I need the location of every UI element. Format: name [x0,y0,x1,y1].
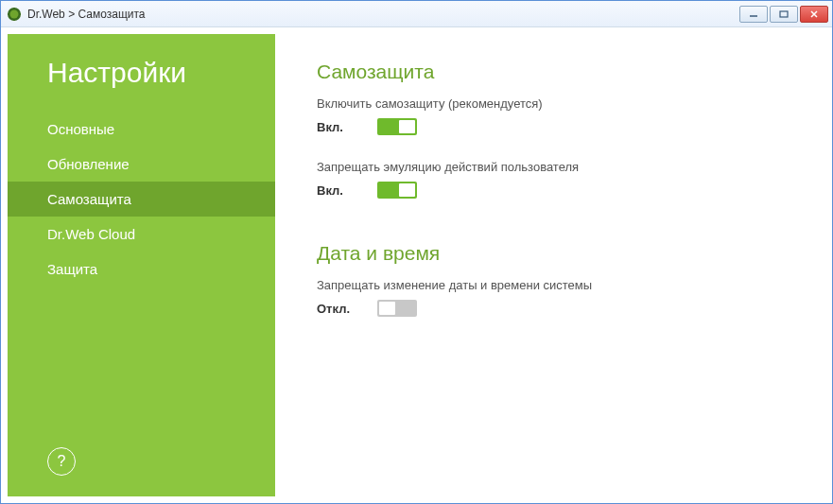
setting-block-datetime: Запрещать изменение даты и времени систе… [317,278,793,317]
setting-desc: Запрещать эмуляцию действий пользователя [317,160,793,174]
setting-state-label: Откл. [317,302,356,316]
window-body: Настройки Основные Обновление Самозащита… [1,27,832,503]
setting-row: Откл. [317,300,793,317]
titlebar: Dr.Web > Самозащита [1,1,832,27]
setting-block-emulation: Запрещать эмуляцию действий пользователя… [317,160,793,199]
toggle-block-datetime[interactable] [377,300,417,317]
sidebar-item-selfprotection[interactable]: Самозащита [8,182,275,217]
svg-rect-3 [780,11,788,17]
sidebar-title: Настройки [8,34,275,112]
setting-row: Вкл. [317,118,793,135]
setting-enable-selfprotection: Включить самозащиту (рекомендуется) Вкл. [317,96,793,135]
toggle-enable-selfprotection[interactable] [377,118,417,135]
setting-state-label: Вкл. [317,183,356,198]
setting-state-label: Вкл. [317,120,356,134]
sidebar-item-protection[interactable]: Защита [8,252,275,287]
sidebar-item-update[interactable]: Обновление [8,147,275,182]
sidebar: Настройки Основные Обновление Самозащита… [8,34,275,496]
svg-point-1 [10,9,19,18]
window-title: Dr.Web > Самозащита [27,8,739,21]
close-button[interactable] [800,6,828,23]
sidebar-item-cloud[interactable]: Dr.Web Cloud [8,217,275,252]
setting-desc: Включить самозащиту (рекомендуется) [317,96,793,111]
app-window: Dr.Web > Самозащита Настройки Основные О… [0,0,833,504]
toggle-knob [399,120,415,133]
help-icon[interactable]: ? [47,447,76,476]
sidebar-items: Основные Обновление Самозащита Dr.Web Cl… [8,112,275,287]
toggle-knob [399,183,415,197]
section-title-selfprotection: Самозащита [317,61,793,83]
section-title-datetime: Дата и время [317,242,793,265]
minimize-button[interactable] [739,6,768,23]
window-controls [739,6,828,23]
maximize-button[interactable] [770,6,798,23]
sidebar-item-main[interactable]: Основные [8,112,275,147]
setting-desc: Запрещать изменение даты и времени систе… [317,278,793,292]
app-icon [7,7,22,22]
toggle-block-emulation[interactable] [377,182,417,199]
toggle-knob [379,302,395,315]
setting-row: Вкл. [317,182,793,199]
content-panel: Самозащита Включить самозащиту (рекоменд… [275,34,825,496]
